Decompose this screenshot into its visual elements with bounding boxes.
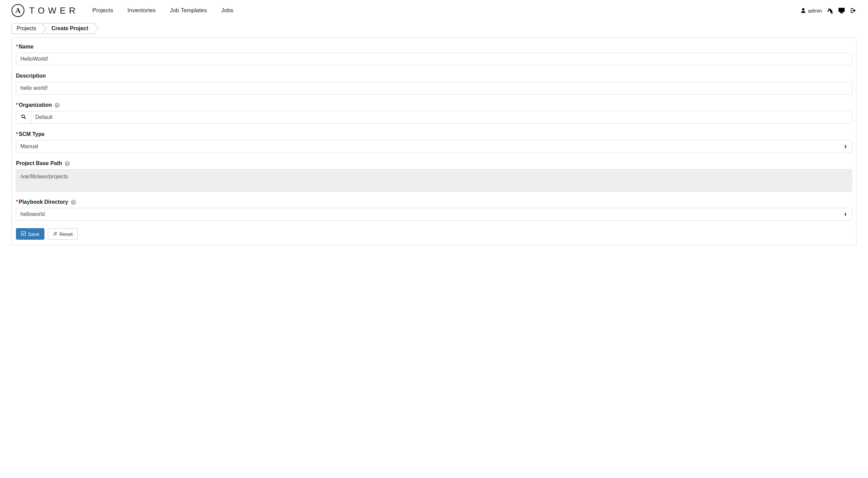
- nav-link-jobs[interactable]: Jobs: [221, 7, 233, 14]
- playbook-dir-select[interactable]: helloworld ▲▼: [16, 208, 852, 221]
- help-icon[interactable]: ?: [71, 200, 76, 205]
- label-description: Description: [16, 73, 46, 79]
- playbook-dir-value: helloworld: [20, 211, 45, 217]
- breadcrumb-label: Create Project: [52, 25, 88, 31]
- breadcrumb-create-project[interactable]: Create Project: [43, 23, 95, 34]
- search-icon: [21, 114, 26, 121]
- field-description: Description: [16, 73, 852, 95]
- description-input[interactable]: [16, 82, 852, 95]
- reset-button[interactable]: ↺ Reset: [48, 228, 78, 240]
- top-nav: A TOWER Projects Inventories Job Templat…: [0, 0, 868, 23]
- required-asterisk: *: [16, 131, 18, 137]
- user-icon: [801, 8, 806, 13]
- form-panel: *Name Description *Organization ? *SCM T…: [12, 37, 856, 245]
- organization-lookup: [16, 111, 852, 124]
- label-base-path: Project Base Path: [16, 160, 62, 166]
- form-actions: Save ↺ Reset: [16, 228, 852, 240]
- help-icon[interactable]: ?: [55, 103, 60, 108]
- base-path-readonly: /var/lib/awx/projects: [16, 169, 852, 192]
- scm-type-select[interactable]: Manual ▲▼: [16, 140, 852, 153]
- required-asterisk: *: [16, 199, 18, 205]
- nav-links: Projects Inventories Job Templates Jobs: [92, 7, 233, 14]
- nav-link-inventories[interactable]: Inventories: [127, 7, 156, 14]
- select-caret-icon: ▲▼: [844, 144, 847, 148]
- field-playbook-dir: *Playbook Directory ? helloworld ▲▼: [16, 199, 852, 221]
- svg-point-3: [22, 115, 24, 117]
- logout-icon[interactable]: [850, 7, 856, 14]
- select-caret-icon: ▲▼: [844, 212, 847, 216]
- breadcrumb: Projects Create Project: [0, 23, 868, 37]
- organization-search-button[interactable]: [16, 111, 31, 123]
- required-asterisk: *: [16, 44, 18, 49]
- nav-link-projects[interactable]: Projects: [92, 7, 113, 14]
- field-base-path: Project Base Path ? /var/lib/awx/project…: [16, 160, 852, 192]
- svg-rect-0: [839, 8, 845, 12]
- nav-right: admin: [801, 7, 856, 14]
- organization-input[interactable]: [31, 111, 852, 123]
- name-input[interactable]: [16, 53, 852, 65]
- label-organization: Organization: [19, 102, 52, 108]
- breadcrumb-label: Projects: [17, 25, 36, 31]
- check-icon: [21, 231, 26, 237]
- user-menu[interactable]: admin: [801, 8, 822, 14]
- svg-rect-2: [840, 13, 843, 13]
- save-label: Save: [28, 231, 39, 237]
- field-scm-type: *SCM Type Manual ▲▼: [16, 131, 852, 153]
- setup-icon[interactable]: [827, 7, 833, 14]
- required-asterisk: *: [16, 102, 18, 108]
- brand-word: TOWER: [29, 5, 79, 16]
- brand-logo-icon: A: [12, 4, 24, 17]
- field-name: *Name: [16, 44, 852, 65]
- svg-line-4: [24, 117, 26, 119]
- breadcrumb-projects[interactable]: Projects: [12, 23, 43, 34]
- label-playbook-dir: Playbook Directory: [19, 199, 68, 205]
- label-scm-type: SCM Type: [19, 131, 44, 137]
- save-button[interactable]: Save: [16, 228, 44, 240]
- portal-icon[interactable]: [838, 7, 845, 14]
- nav-link-job-templates[interactable]: Job Templates: [170, 7, 207, 14]
- reset-label: Reset: [59, 231, 73, 237]
- undo-icon: ↺: [53, 231, 57, 237]
- field-organization: *Organization ?: [16, 102, 852, 124]
- scm-type-value: Manual: [20, 143, 38, 150]
- help-icon[interactable]: ?: [65, 161, 70, 166]
- brand[interactable]: A TOWER: [12, 4, 79, 17]
- label-name: Name: [19, 44, 34, 49]
- user-name: admin: [808, 8, 822, 14]
- svg-rect-1: [841, 12, 843, 13]
